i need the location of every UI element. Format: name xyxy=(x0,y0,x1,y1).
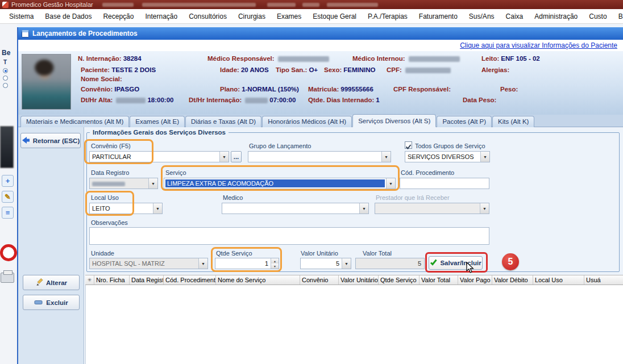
patient-info-link[interactable]: Clique aqui para visualizar Informações … xyxy=(460,41,617,49)
menu-item[interactable]: Consultórios xyxy=(183,10,232,23)
background-window-strip: Be T + ✎ ≡ xyxy=(0,24,17,364)
radio-button[interactable] xyxy=(3,76,8,81)
chevron-down-icon[interactable]: ▼ xyxy=(480,152,489,162)
grid-header-cell[interactable]: Usuá xyxy=(584,275,623,284)
grid-header-cell[interactable]: ✳ xyxy=(85,275,94,284)
menu-item[interactable]: Recepção xyxy=(97,10,139,23)
convenio-combo[interactable]: PARTICULAR ▼ xyxy=(89,151,229,162)
tab-label: Exames (Alt E) xyxy=(135,118,179,125)
field-label: Médico Internou: xyxy=(352,55,405,62)
check-icon xyxy=(405,144,412,150)
local-uso-combo[interactable]: LEITO ▼ xyxy=(89,203,163,214)
menu-item[interactable]: Estoque Geral xyxy=(307,10,362,23)
medico-combo[interactable]: ▼ xyxy=(222,203,369,214)
field-label: Convênio: xyxy=(81,86,113,93)
browse-button[interactable]: ... xyxy=(231,151,242,162)
menu-item[interactable]: Cirurgias xyxy=(232,10,271,23)
prestador-combo[interactable]: ▼ xyxy=(375,203,489,214)
chevron-down-icon[interactable]: ▼ xyxy=(381,152,391,162)
radio-button[interactable] xyxy=(3,83,8,88)
background-label: T xyxy=(3,59,7,65)
grupo-lancamento-combo[interactable]: ▼ xyxy=(248,151,391,162)
tab[interactable]: Materiais e Medicamentos (Alt M) xyxy=(20,116,129,127)
prestador-label: Prestador que Irá Receber xyxy=(376,194,450,201)
chevron-down-icon[interactable]: ▼ xyxy=(148,178,157,189)
local-uso-value: LEITO xyxy=(90,205,153,212)
patient-field-paciente: Paciente:TESTE 2 DOIS xyxy=(81,66,156,73)
radio-button[interactable] xyxy=(3,68,8,73)
tab[interactable]: Pacotes (Alt P) xyxy=(437,116,492,127)
grid-body[interactable] xyxy=(85,285,623,364)
grid-header-cell[interactable]: Nro. Ficha xyxy=(94,275,130,284)
chevron-down-icon: ▼ xyxy=(480,203,489,214)
tab[interactable]: Serviços Diversos (Alt S) xyxy=(352,114,436,127)
observacoes-textarea[interactable] xyxy=(89,227,489,245)
qtde-servico-spinner[interactable]: 1 ▲ ▼ xyxy=(215,258,279,269)
unidade-combo[interactable]: HOSPITAL SQL - MATRIZ ▼ xyxy=(89,258,208,269)
grid-header-cell[interactable]: Valor Pago xyxy=(458,275,492,284)
grid-header-cell[interactable]: Valor Unitário xyxy=(339,275,379,284)
data-registro-value xyxy=(90,180,148,187)
grid-header-cell[interactable]: Qtde Serviço xyxy=(379,275,420,284)
grid-header-cell[interactable]: Cód. Procediment xyxy=(164,275,216,284)
tab[interactable]: Exames (Alt E) xyxy=(130,116,185,127)
chevron-down-icon[interactable]: ▼ xyxy=(359,203,368,214)
chevron-down-icon[interactable]: ▼ xyxy=(342,258,351,269)
list-icon[interactable]: ≡ xyxy=(2,207,14,219)
cancel-icon[interactable] xyxy=(0,244,17,261)
tab[interactable]: Honorários Médicos (Alt H) xyxy=(262,116,352,127)
menu-item[interactable]: Faturamento xyxy=(413,10,463,23)
add-icon[interactable]: + xyxy=(2,175,14,187)
data-registro-combo[interactable]: ▼ xyxy=(89,178,158,189)
spin-down-icon[interactable]: ▼ xyxy=(271,263,279,269)
chevron-down-icon[interactable]: ▼ xyxy=(198,258,207,269)
patient-field-data-peso: Data Peso: xyxy=(463,97,498,103)
grupo-servico-value: SERVIÇOS DIVERSOS xyxy=(405,153,480,160)
menu-item[interactable]: Sistema xyxy=(3,10,39,23)
menu-item[interactable]: Base de Dados xyxy=(39,10,97,23)
alterar-button[interactable]: Alterar xyxy=(23,275,80,290)
field-value: ENF 105 - 02 xyxy=(501,55,539,62)
menu-item[interactable]: Administração xyxy=(529,10,583,23)
grid-header-cell[interactable]: Data Regist xyxy=(130,275,164,284)
todos-grupos-checkbox[interactable] xyxy=(405,141,412,149)
excluir-button[interactable]: Excluir xyxy=(23,295,80,310)
menu-item[interactable]: Internação xyxy=(139,10,183,23)
grid-header-cell[interactable]: Valor Total xyxy=(420,275,458,284)
grid-header-cell[interactable]: Valor Débito xyxy=(492,275,533,284)
grupo-servico-combo[interactable]: SERVIÇOS DIVERSOS ▼ xyxy=(405,151,490,162)
tab[interactable]: Kits (Alt K) xyxy=(492,116,534,127)
chevron-down-icon[interactable]: ▼ xyxy=(153,203,162,214)
grid-header-cell[interactable]: Local Uso xyxy=(533,275,584,284)
patient-photo xyxy=(22,54,71,110)
menu-item[interactable]: BI xyxy=(613,10,623,23)
servico-selected-value: LIMPEZA EXTRA DE ACOMODAÇÃO xyxy=(165,179,385,187)
pencil-icon[interactable]: ✎ xyxy=(2,191,14,203)
printer-icon[interactable] xyxy=(1,273,14,283)
tab-label: Pacotes (Alt P) xyxy=(442,118,486,125)
grid-header-cell[interactable]: Nome do Serviço xyxy=(216,275,300,284)
menu-item[interactable]: Exames xyxy=(271,10,307,23)
valor-total-field: 5 xyxy=(355,258,425,269)
menu-item[interactable]: P.A./Terapias xyxy=(362,10,413,23)
medico-label: Medico xyxy=(223,194,243,201)
spin-up-icon[interactable]: ▲ xyxy=(271,258,279,263)
servico-combo[interactable]: LIMPEZA EXTRA DE ACOMODAÇÃO ▼ xyxy=(164,178,396,189)
field-label: Dt/Hr Internação: xyxy=(189,97,242,103)
valor-unitario-combo[interactable]: 5 ▼ xyxy=(300,258,351,269)
tab-label: Serviços Diversos (Alt S) xyxy=(358,118,430,124)
tab-label: Diárias e Taxas (Alt D) xyxy=(191,118,256,125)
cod-procedimento-input[interactable] xyxy=(400,178,489,189)
menu-item[interactable]: Custo xyxy=(583,10,612,23)
chevron-down-icon[interactable]: ▼ xyxy=(219,152,229,162)
grid-header-cell[interactable]: Convênio xyxy=(300,275,339,284)
salvar-incluir-button[interactable]: Salvar/Incluir xyxy=(429,256,483,270)
chevron-down-icon[interactable]: ▼ xyxy=(386,178,395,189)
retornar-button[interactable]: Retornar (ESC) xyxy=(20,133,81,148)
menu-item[interactable]: Caixa xyxy=(500,10,529,23)
app-icon xyxy=(2,2,9,8)
menu-item[interactable]: Sus/Ans xyxy=(463,10,500,23)
tab[interactable]: Diárias e Taxas (Alt D) xyxy=(185,116,261,127)
convenio-value: PARTICULAR xyxy=(90,153,219,160)
pencil-icon xyxy=(35,278,43,287)
